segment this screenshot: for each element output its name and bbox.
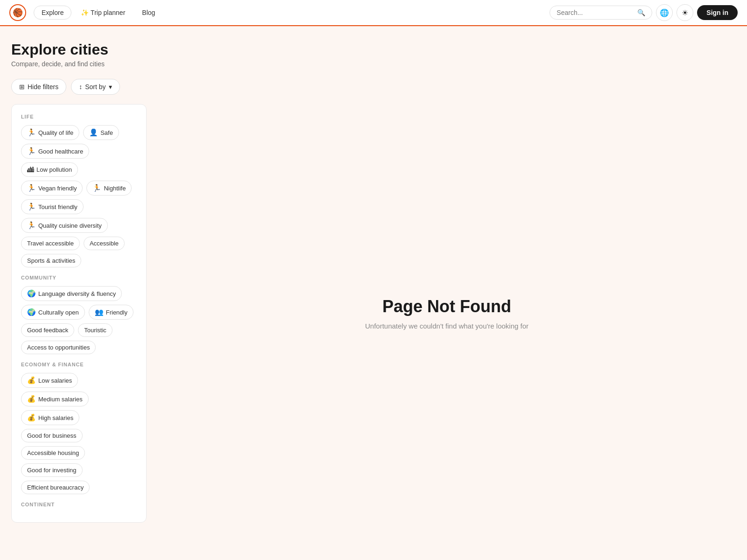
filter-tag-accessible[interactable]: Accessible (84, 237, 125, 250)
tag-emoji-icon: 🏃 (27, 203, 36, 211)
tag-label: Quality of life (38, 129, 73, 136)
search-bar: 🔍 (550, 6, 652, 20)
filter-tag-vegan-friendly[interactable]: 🏃Vegan friendly (21, 181, 83, 196)
nav-explore[interactable]: Explore (34, 6, 71, 20)
filter-tag-low-salaries[interactable]: 💰Low salaries (21, 373, 78, 388)
search-icon: 🔍 (637, 9, 645, 16)
tag-emoji-icon: 🏃 (27, 128, 36, 137)
not-found-title: Page Not Found (365, 297, 529, 316)
filter-panel: LIFE🏃Quality of life👤Safe🏃Good healthcar… (11, 104, 147, 523)
tag-emoji-icon: 🏃 (92, 184, 101, 192)
nav-right: 🔍 🌐 ☀ Sign in (550, 4, 738, 21)
tag-emoji-icon: 🏃 (27, 147, 36, 155)
tag-label: Accessible housing (27, 449, 79, 456)
filter-tag-medium-salaries[interactable]: 💰Medium salaries (21, 392, 89, 406)
tag-emoji-icon: 💰 (27, 413, 36, 422)
filter-tag-high-salaries[interactable]: 💰High salaries (21, 410, 79, 425)
sort-by-label: Sort by (85, 83, 106, 91)
filter-tags-life: 🏃Quality of life👤Safe🏃Good healthcare🏙Lo… (21, 125, 137, 267)
tag-emoji-icon: 💰 (27, 395, 36, 403)
filter-tags-community: 🌍Language diversity & fluency🌍Culturally… (21, 286, 137, 354)
filter-tag-good-for-business[interactable]: Good for business (21, 429, 83, 442)
layout: LIFE🏃Quality of life👤Safe🏃Good healthcar… (11, 104, 736, 523)
tag-emoji-icon: 🏙 (27, 166, 34, 174)
hide-filters-label: Hide filters (28, 83, 58, 91)
tag-label: Good for investing (27, 467, 77, 474)
tag-label: Safe (100, 129, 113, 136)
tag-label: Vegan friendly (38, 185, 77, 192)
filter-tag-quality-cuisine-diversity[interactable]: 🏃Quality cuisine diversity (21, 218, 108, 233)
filter-tag-accessible-housing[interactable]: Accessible housing (21, 446, 85, 460)
nav-blog[interactable]: Blog (134, 6, 162, 19)
filter-tag-culturally-open[interactable]: 🌍Culturally open (21, 305, 85, 320)
sort-icon: ↕ (79, 83, 82, 91)
tag-label: Accessible (90, 240, 119, 247)
filter-tag-friendly[interactable]: 👥Friendly (89, 305, 134, 320)
not-found-container: Page Not Found Unfortunately we couldn't… (356, 269, 538, 358)
filter-section-life: LIFE (21, 114, 137, 119)
filter-tag-language-diversity-&-fluency[interactable]: 🌍Language diversity & fluency (21, 286, 122, 301)
language-button[interactable]: 🌐 (656, 4, 673, 21)
theme-button[interactable]: ☀ (677, 4, 693, 21)
filter-icon: ⊞ (19, 83, 25, 91)
filter-section-economy: ECONOMY & FINANCE (21, 362, 137, 367)
filter-tag-quality-of-life[interactable]: 🏃Quality of life (21, 125, 79, 140)
toolbar: ⊞ Hide filters ↕ Sort by ▾ (11, 79, 736, 95)
filter-section-community: COMMUNITY (21, 275, 137, 280)
tag-label: Good for business (27, 432, 77, 439)
navbar: 🏀 Explore ✨ Trip planner Blog 🔍 🌐 ☀ Sign… (0, 0, 747, 26)
tag-emoji-icon: 🌍 (27, 308, 36, 316)
filter-tag-tourist-friendly[interactable]: 🏃Tourist friendly (21, 199, 84, 214)
tag-emoji-icon: 💰 (27, 376, 36, 385)
tag-label: Medium salaries (38, 396, 83, 403)
main-area: Page Not Found Unfortunately we couldn't… (158, 104, 736, 523)
signin-button[interactable]: Sign in (697, 5, 738, 20)
nav-trip-planner[interactable]: ✨ Trip planner (73, 6, 133, 19)
tag-label: Travel accessible (27, 240, 74, 247)
sort-by-button[interactable]: ↕ Sort by ▾ (71, 79, 120, 95)
filter-tag-sports-&-activities[interactable]: Sports & activities (21, 254, 81, 267)
filter-tag-good-healthcare[interactable]: 🏃Good healthcare (21, 144, 89, 159)
tag-label: Low salaries (38, 377, 72, 384)
nav-links: Explore ✨ Trip planner Blog (34, 6, 162, 20)
tag-label: Good feedback (27, 327, 68, 334)
tag-emoji-icon: 🌍 (27, 289, 36, 298)
filter-tag-travel-accessible[interactable]: Travel accessible (21, 237, 80, 250)
logo-button[interactable]: 🏀 (9, 4, 26, 21)
filter-tag-good-for-investing[interactable]: Good for investing (21, 463, 83, 477)
tag-label: Quality cuisine diversity (38, 222, 102, 229)
filter-tag-nightlife[interactable]: 🏃Nightlife (86, 181, 132, 196)
page-title: Explore cities (11, 41, 736, 58)
tag-label: Nightlife (104, 185, 126, 192)
filter-tag-safe[interactable]: 👤Safe (83, 125, 119, 140)
filter-tag-low-pollution[interactable]: 🏙Low pollution (21, 162, 78, 177)
tag-label: Sports & activities (27, 257, 75, 264)
chevron-down-icon: ▾ (109, 83, 112, 91)
tag-label: Access to opportunities (27, 344, 90, 351)
filter-tags-economy: 💰Low salaries💰Medium salaries💰High salar… (21, 373, 137, 494)
filter-tag-good-feedback[interactable]: Good feedback (21, 323, 74, 337)
filter-section-continent: CONTINENT (21, 502, 137, 507)
tag-label: Friendly (106, 309, 127, 316)
main-content: Explore cities Compare, decide, and find… (0, 26, 747, 523)
page-subtitle: Compare, decide, and find cities (11, 60, 736, 68)
tag-label: Good healthcare (38, 148, 83, 155)
tag-label: Language diversity & fluency (38, 290, 116, 297)
tag-emoji-icon: 🏃 (27, 184, 36, 192)
search-input[interactable] (557, 9, 634, 16)
tag-label: Touristic (84, 327, 106, 334)
filter-tag-efficient-bureaucracy[interactable]: Efficient bureaucracy (21, 481, 90, 494)
not-found-subtitle: Unfortunately we couldn't find what you'… (365, 322, 529, 330)
tag-label: Efficient bureaucracy (27, 484, 84, 491)
hide-filters-button[interactable]: ⊞ Hide filters (11, 79, 66, 95)
filter-tag-touristic[interactable]: Touristic (78, 323, 113, 337)
tag-label: High salaries (38, 414, 73, 421)
tag-label: Culturally open (38, 309, 79, 316)
tag-label: Low pollution (36, 166, 72, 173)
tag-emoji-icon: 🏃 (27, 221, 36, 230)
tag-emoji-icon: 👥 (95, 308, 104, 316)
tag-emoji-icon: 👤 (89, 128, 98, 137)
tag-label: Tourist friendly (38, 203, 78, 210)
filter-tag-access-to-opportunities[interactable]: Access to opportunities (21, 341, 96, 354)
